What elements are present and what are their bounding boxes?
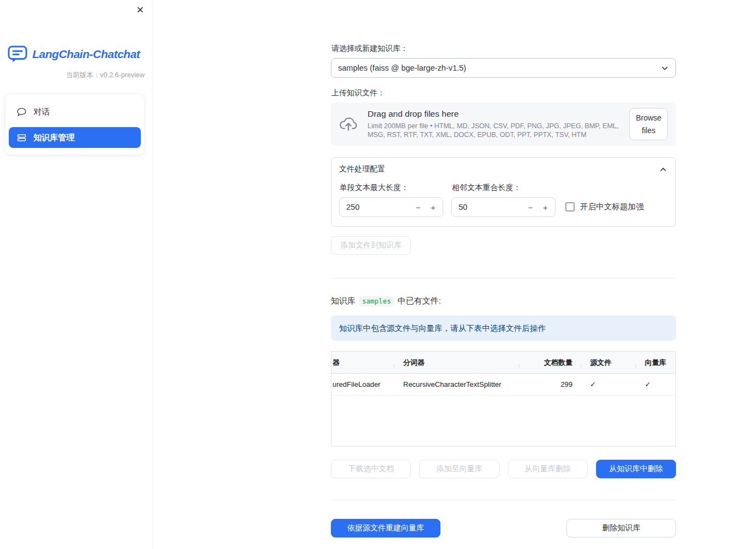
overlap-label: 相邻文本重合长度： bbox=[452, 183, 555, 193]
rebuild-vector-store-button[interactable]: 依据源文件重建向量库 bbox=[331, 519, 440, 537]
app-logo-text: LangChain-Chatchat bbox=[32, 48, 140, 61]
kb-stack-icon bbox=[16, 133, 26, 142]
menu-item-label: 知识库管理 bbox=[33, 133, 75, 143]
chat-logo-icon bbox=[7, 45, 28, 63]
main-content: 请选择或新建知识库： samples (faiss @ bge-large-zh… bbox=[153, 0, 756, 549]
chunk-size-group: 单段文本最大长度： 250 − + bbox=[339, 183, 443, 217]
kb-files-table[interactable]: 器 分词器 文档数量 源文件 向量库 uredFileLoader Recurs… bbox=[331, 351, 676, 447]
zh-title-checkbox-row[interactable]: 开启中文标题加强 bbox=[565, 202, 644, 212]
dropzone-text: Drag and drop files here Limit 200MB per… bbox=[368, 109, 620, 140]
version-label: 当前版本：v0.2.6-preview bbox=[0, 71, 153, 80]
cell-source-file-check: ✓ bbox=[581, 380, 636, 388]
download-selected-button[interactable]: 下载选中文档 bbox=[331, 460, 411, 478]
kb-files-heading: 知识库 samples 中已有文件: bbox=[331, 296, 676, 306]
info-alert: 知识库中包含源文件与向量库，请从下表中选择文件后操作 bbox=[331, 316, 676, 341]
cell-loader: uredFileLoader bbox=[331, 380, 394, 388]
kb-selectbox[interactable]: samples (faiss @ bge-large-zh-v1.5) bbox=[331, 58, 676, 78]
kb-files-prefix: 知识库 bbox=[331, 296, 356, 306]
cell-splitter: RecursiveCharacterTextSplitter bbox=[394, 380, 519, 388]
dropzone-title: Drag and drop files here bbox=[368, 109, 620, 119]
overlap-plus-button[interactable]: + bbox=[538, 199, 553, 215]
overlap-input[interactable]: 50 − + bbox=[451, 197, 555, 217]
file-config-expander: 文件处理配置 单段文本最大长度： 250 − + 相邻文本重合长度： bbox=[331, 157, 676, 227]
menu-item-label: 对话 bbox=[33, 107, 50, 117]
chunk-size-value: 250 bbox=[346, 203, 411, 211]
expander-title: 文件处理配置 bbox=[339, 164, 385, 174]
table-row[interactable]: uredFileLoader RecursiveCharacterTextSpl… bbox=[331, 374, 675, 396]
chunk-size-input[interactable]: 250 − + bbox=[339, 197, 443, 217]
cell-doc-count: 299 bbox=[519, 380, 581, 388]
table-header-source-file[interactable]: 源文件 bbox=[581, 358, 636, 368]
app-logo: LangChain-Chatchat bbox=[7, 45, 153, 63]
expander-header[interactable]: 文件处理配置 bbox=[331, 158, 675, 179]
table-header-splitter[interactable]: 分词器 bbox=[394, 358, 519, 368]
table-action-buttons: 下载选中文档 添加至向量库 从向量库删除 从知识库中删除 bbox=[331, 460, 676, 478]
overlap-group: 相邻文本重合长度： 50 − + bbox=[451, 183, 555, 217]
cell-vector-store-check: ✓ bbox=[636, 380, 675, 388]
overlap-minus-button[interactable]: − bbox=[523, 199, 538, 215]
chunk-minus-button[interactable]: − bbox=[411, 199, 426, 215]
sidebar-item-dialogue[interactable]: 对话 bbox=[9, 101, 141, 123]
kb-name-code: samples bbox=[359, 296, 394, 306]
kb-files-suffix: 中已有文件: bbox=[398, 296, 441, 306]
cloud-upload-icon bbox=[339, 116, 358, 132]
file-uploader-dropzone[interactable]: Drag and drop files here Limit 200MB per… bbox=[331, 102, 676, 146]
kb-selectbox-value: samples (faiss @ bge-large-zh-v1.5) bbox=[338, 64, 466, 72]
chevron-down-icon bbox=[661, 64, 669, 72]
delete-from-kb-button[interactable]: 从知识库中删除 bbox=[596, 460, 676, 478]
sidebar-item-kb-management[interactable]: 知识库管理 bbox=[9, 127, 141, 148]
checkbox-icon[interactable] bbox=[565, 202, 575, 211]
kb-select-label: 请选择或新建知识库： bbox=[331, 44, 676, 54]
expander-body: 单段文本最大长度： 250 − + 相邻文本重合长度： 50 − + bbox=[331, 179, 675, 226]
chunk-plus-button[interactable]: + bbox=[426, 199, 440, 215]
dropzone-limit: Limit 200MB per file • HTML, MD, JSON, C… bbox=[368, 122, 620, 140]
table-header-row: 器 分词器 文档数量 源文件 向量库 bbox=[331, 352, 675, 374]
chat-bubble-icon bbox=[16, 107, 26, 117]
divider bbox=[331, 500, 676, 500]
zh-title-label: 开启中文标题加强 bbox=[580, 202, 644, 212]
add-to-kb-button[interactable]: 添加文件到知识库 bbox=[331, 236, 411, 255]
browse-files-button[interactable]: Browse files bbox=[629, 108, 668, 140]
table-header-doc-count[interactable]: 文档数量 bbox=[519, 358, 581, 368]
divider bbox=[331, 278, 676, 278]
overlap-value: 50 bbox=[459, 203, 523, 211]
table-header-loader[interactable]: 器 bbox=[331, 358, 394, 368]
add-to-vector-store-button[interactable]: 添加至向量库 bbox=[419, 460, 499, 478]
upload-label: 上传知识文件： bbox=[331, 88, 676, 98]
sidebar-close-icon[interactable]: ✕ bbox=[134, 3, 146, 17]
chunk-size-label: 单段文本最大长度： bbox=[340, 183, 443, 193]
chevron-up-icon bbox=[659, 165, 667, 174]
bottom-action-buttons: 依据源文件重建向量库 删除知识库 bbox=[331, 519, 676, 537]
delete-from-vector-store-button[interactable]: 从向量库删除 bbox=[508, 460, 588, 478]
table-header-vector-store[interactable]: 向量库 bbox=[636, 358, 675, 368]
delete-kb-button[interactable]: 删除知识库 bbox=[566, 519, 676, 537]
sidebar: ✕ LangChain-Chatchat 当前版本：v0.2.6-preview… bbox=[0, 0, 153, 549]
content-column: 请选择或新建知识库： samples (faiss @ bge-large-zh… bbox=[331, 0, 676, 537]
sidebar-menu: 对话 知识库管理 bbox=[5, 94, 144, 155]
